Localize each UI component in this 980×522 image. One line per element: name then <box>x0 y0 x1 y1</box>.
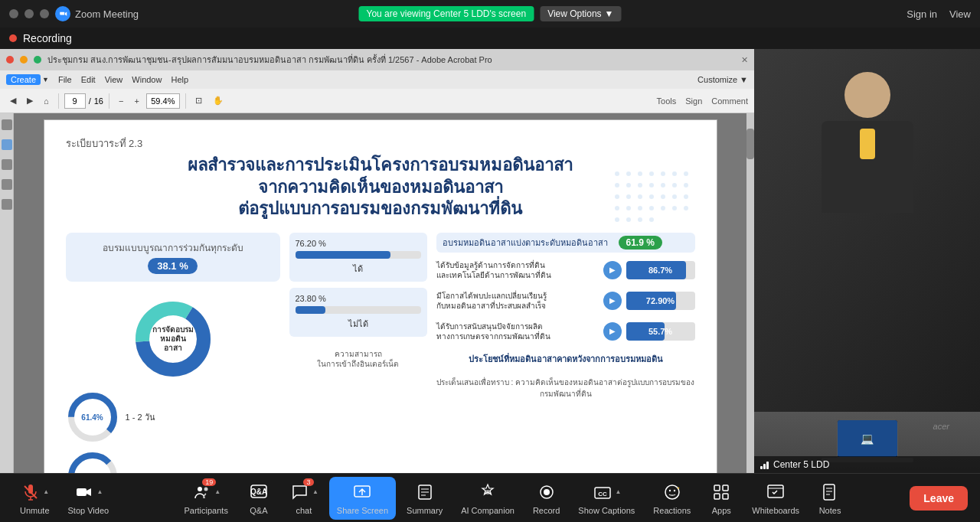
notes-button[interactable]: Notes <box>810 477 850 520</box>
microphone-icon <box>20 481 41 503</box>
progress-bg-2: 72.90% <box>626 292 695 310</box>
create-btn-label[interactable]: Create <box>6 74 41 85</box>
pdf-menu-edit[interactable]: Edit <box>81 75 96 84</box>
ai-companion-label: AI Companion <box>461 506 514 515</box>
pdf-home-btn[interactable]: ⌂ <box>40 94 53 108</box>
ai-svg <box>479 483 497 501</box>
unmute-button[interactable]: ▲ Unmute <box>12 477 57 520</box>
progress-row-1: 86.7% <box>626 261 695 279</box>
pdf-menu-view[interactable]: View <box>105 75 123 84</box>
stop-video-caret[interactable]: ▲ <box>96 488 103 495</box>
pdf-content: ระเบียบวาระที่ 2.3 ผลสำรวจและการประเมินโ… <box>0 113 754 473</box>
page-input[interactable] <box>64 93 86 109</box>
pdf-title-bar: ประชุมกรม สนง.การพัฒนาชุมชน-สรุปผลการสัม… <box>0 49 754 70</box>
bar-label-row-2: 23.80 % <box>296 294 421 303</box>
pdf-close-dot[interactable] <box>6 56 14 64</box>
person-area <box>822 72 913 213</box>
apps-label: Apps <box>712 506 731 515</box>
pdf-scrollbar[interactable] <box>746 113 754 473</box>
apps-icon <box>710 481 732 503</box>
pdf-menu-help[interactable]: Help <box>171 75 188 84</box>
minimize-button[interactable] <box>9 9 18 18</box>
apps-button[interactable]: Apps <box>701 477 741 520</box>
share-screen-button[interactable]: Share Screen <box>329 477 396 520</box>
divider1 <box>58 93 59 109</box>
stop-video-button[interactable]: ▲ Stop Video <box>60 477 117 520</box>
arrow-icon-3: ▶ <box>603 322 622 341</box>
leave-button[interactable]: Leave <box>910 486 968 511</box>
sidebar-icon-5[interactable] <box>2 199 12 210</box>
pdf-page[interactable]: ระเบียบวาระที่ 2.3 ผลสำรวจและการประเมินโ… <box>14 113 746 473</box>
svg-point-56 <box>485 490 490 494</box>
recording-label: Recording <box>23 32 72 44</box>
slide-container: ระเบียบวาระที่ 2.3 ผลสำรวจและการประเมินโ… <box>44 119 717 473</box>
qa-button[interactable]: Q&A Q&A <box>239 477 279 520</box>
bar-sublabel-2: ไม่ได้ <box>296 317 421 331</box>
pdf-fwd-btn[interactable]: ▶ <box>23 93 37 108</box>
summary-button[interactable]: Summary <box>399 477 450 520</box>
ai-companion-button[interactable]: AI Companion <box>453 477 522 520</box>
stat-item-row-2: มีโอกาสได้พบปะแลกเปลี่ยนเรียนรู้กับหมอดิ… <box>436 288 695 314</box>
whiteboards-svg <box>766 483 785 501</box>
scrollbar-thumb[interactable] <box>746 129 754 159</box>
pdf-title: ประชุมกรม สนง.การพัฒนาชุมชน-สรุปผลการสัม… <box>47 53 735 67</box>
sidebar-icon-1[interactable] <box>2 119 12 130</box>
svg-point-2 <box>638 171 642 176</box>
close-button[interactable] <box>40 9 49 18</box>
svg-point-0 <box>615 171 619 176</box>
comment-label[interactable]: Comment <box>711 96 748 106</box>
training-type-label: อบรมแบบบูรณาการร่วมกันทุกระดับ <box>74 240 273 255</box>
maximize-button[interactable] <box>24 9 34 18</box>
pdf-back-btn[interactable]: ◀ <box>6 93 20 108</box>
svg-point-1 <box>626 171 631 176</box>
zoom-out-btn[interactable]: − <box>115 94 127 108</box>
view-button[interactable]: View <box>949 8 971 20</box>
progress-row-2: 72.90% <box>626 292 695 310</box>
middle-toolbar-group: 19 ▲ Participants Q&A Q&A <box>176 477 850 520</box>
view-options-button[interactable]: View Options ▼ <box>540 6 621 21</box>
sidebar-icon-3[interactable] <box>2 159 12 170</box>
sidebar-icon-4[interactable] <box>2 179 12 190</box>
signal-bar-2 <box>763 464 766 469</box>
window-controls[interactable] <box>9 9 49 18</box>
pdf-tool-bar: ◀ ▶ ⌂ / 16 − + ⊡ ✋ Tools Sign Comment <box>0 89 754 113</box>
pdf-min-dot[interactable] <box>20 56 28 64</box>
pdf-close-x[interactable]: ✕ <box>741 55 748 65</box>
zoom-in-btn[interactable]: + <box>130 94 142 108</box>
pdf-sidebar <box>0 113 14 473</box>
progress-label-1: 86.7% <box>648 266 672 275</box>
duration-stats: 61.4% 1 - 2 วัน <box>66 390 280 473</box>
decorative-dots <box>609 166 701 258</box>
sign-in-button[interactable]: Sign in <box>906 8 937 20</box>
whiteboards-button[interactable]: Whiteboards <box>744 477 807 520</box>
participants-caret[interactable]: ▲ <box>214 488 220 495</box>
captions-caret[interactable]: ▲ <box>615 488 621 495</box>
sidebar-icon-2[interactable] <box>2 139 12 150</box>
pdf-max-dot[interactable] <box>34 56 41 64</box>
customize-btn[interactable]: Customize ▼ <box>697 75 748 84</box>
participants-button[interactable]: 19 ▲ Participants <box>176 477 235 520</box>
pdf-menu-file[interactable]: File <box>58 75 72 84</box>
sign-label[interactable]: Sign <box>685 96 702 106</box>
qa-label: Q&A <box>250 506 267 515</box>
chat-button[interactable]: 3 ▲ chat <box>282 477 326 520</box>
captions-button[interactable]: CC ▲ Show Captions <box>570 477 642 520</box>
chat-label: chat <box>296 506 312 515</box>
participants-label: Participants <box>184 506 227 515</box>
pan-btn[interactable]: ✋ <box>209 93 227 108</box>
pdf-menu-window[interactable]: Window <box>132 75 162 84</box>
reactions-button[interactable]: Reactions <box>645 477 698 520</box>
zoom-input[interactable] <box>146 93 180 109</box>
tools-label[interactable]: Tools <box>657 96 677 106</box>
participant-video: 💻 acer Center 5 LDD <box>754 49 980 473</box>
record-button[interactable]: Record <box>525 477 567 520</box>
chat-caret[interactable]: ▲ <box>312 488 318 495</box>
arc-svg-2 <box>66 450 119 473</box>
unmute-caret[interactable]: ▲ <box>43 488 49 495</box>
summary-icon <box>414 481 436 503</box>
stat-item-text-1: ได้รับข้อมูลรู้ด้านการจัดการที่ดินและเทค… <box>436 260 599 280</box>
pdf-menu-create[interactable]: Create ▼ <box>6 74 49 85</box>
fit-btn[interactable]: ⊡ <box>191 93 206 108</box>
left-toolbar-group: ▲ Unmute ▲ Stop Video <box>12 477 116 520</box>
svg-rect-70 <box>824 484 835 500</box>
